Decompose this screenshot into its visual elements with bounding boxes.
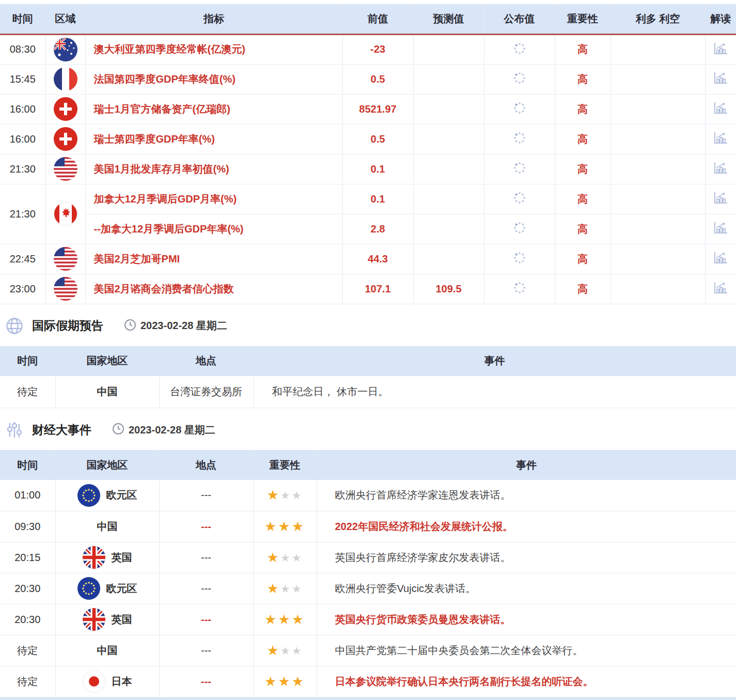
analysis-chart-icon[interactable] <box>713 137 728 146</box>
japan-flag-icon <box>83 670 105 693</box>
forecast-value: 109.5 <box>413 274 484 304</box>
events-header-row: 时间 国家地区 地点 重要性 事件 <box>0 450 736 480</box>
indicator-link[interactable]: 加拿大12月季调后GDP月率(%) <box>94 193 237 205</box>
event-time: 22:45 <box>0 244 45 274</box>
event-region: 中国 <box>97 520 118 534</box>
france-flag-icon <box>54 67 77 91</box>
event-region: 英国 <box>112 551 132 565</box>
star-empty-icon: ★ <box>280 644 292 656</box>
forecast-value <box>413 214 484 244</box>
event-time: 20:15 <box>0 542 55 573</box>
event-time: 16:00 <box>0 94 45 124</box>
indicator-link[interactable]: 美国2月谘商会消费者信心指数 <box>94 283 234 294</box>
star-filled-icon: ★ <box>292 519 305 534</box>
calendar-row: 16:00 瑞士第四季度GDP年率(%) 0.5 高 <box>0 124 736 154</box>
holiday-row: 待定 中国 台湾证券交易所 和平纪念日， 休市一日。 <box>0 376 736 408</box>
indicator-link[interactable]: 瑞士1月官方储备资产(亿瑞郎) <box>94 103 230 115</box>
forecast-value <box>413 94 484 124</box>
star-filled-icon: ★ <box>278 674 291 689</box>
bias-cell <box>610 94 705 124</box>
col-header-bias: 利多 利空 <box>610 4 705 34</box>
event-text: 英国央行首席经济学家皮尔发表讲话。 <box>317 542 736 573</box>
star-filled-icon: ★ <box>278 519 291 534</box>
importance-stars: ★★★ <box>253 511 317 542</box>
importance-label: 高 <box>555 154 610 184</box>
holiday-section-title: 国际假期预告 2023-02-28 星期二 <box>5 317 736 335</box>
loading-spinner-icon <box>513 77 526 86</box>
event-time: 20:30 <box>0 573 55 604</box>
bias-cell <box>610 274 705 304</box>
analysis-chart-icon[interactable] <box>713 257 728 266</box>
importance-label: 高 <box>555 214 610 244</box>
analysis-chart-icon[interactable] <box>713 287 728 296</box>
col-header-published: 公布值 <box>484 4 555 34</box>
holiday-header-row: 时间 国家地区 地点 事件 <box>0 346 736 376</box>
previous-value: 2.8 <box>342 214 413 244</box>
star-filled-icon: ★ <box>264 612 278 627</box>
indicator-link[interactable]: 美国1月批发库存月率初值(%) <box>94 163 229 175</box>
importance-stars: ★★★ <box>253 635 317 666</box>
previous-value: 0.5 <box>342 64 413 94</box>
loading-spinner-icon <box>513 137 526 146</box>
forecast-value <box>413 34 484 64</box>
event-time: 20:30 <box>0 604 55 635</box>
event-text: 英国央行货币政策委员曼恩发表讲话。 <box>317 604 736 635</box>
importance-label: 高 <box>555 64 610 94</box>
event-text: 欧洲央行管委Vujcic发表讲话。 <box>317 573 736 604</box>
col-header-indicator: 指标 <box>85 4 342 34</box>
col-header-location: 地点 <box>159 450 253 480</box>
indicator-link[interactable]: --加拿大12月季调后GDP年率(%) <box>94 223 244 235</box>
event-row: 待定 日本 --- ★★★ 日本参议院举行确认日本央行两名副行长提名的听证会。 <box>0 666 736 697</box>
analysis-chart-icon[interactable] <box>713 227 728 236</box>
analysis-chart-icon[interactable] <box>713 48 728 57</box>
event-location: --- <box>159 480 253 511</box>
col-header-time: 时间 <box>0 346 55 376</box>
event-text: 2022年国民经济和社会发展统计公报。 <box>317 511 736 542</box>
analysis-chart-icon[interactable] <box>713 167 728 176</box>
previous-value: 0.1 <box>342 184 413 214</box>
switzerland-flag-icon <box>54 127 77 151</box>
holiday-table: 时间 国家地区 地点 事件 待定 中国 台湾证券交易所 和平纪念日， 休市一日。 <box>0 346 736 409</box>
indicator-link[interactable]: 法国第四季度GDP年率终值(%) <box>94 73 236 85</box>
clock-icon <box>112 423 124 437</box>
section-title-text: 国际假期预告 <box>32 318 103 334</box>
previous-value: 8521.97 <box>342 94 413 124</box>
event-location: --- <box>159 511 253 542</box>
event-row: 20:15 英国 --- ★★★ 英国央行首席经济学家皮尔发表讲话。 <box>0 542 736 573</box>
col-header-read: 解读 <box>705 4 736 34</box>
eu-flag-icon <box>77 484 100 507</box>
star-empty-icon: ★ <box>280 489 292 501</box>
canada-flag-icon <box>54 202 77 226</box>
calendar-row-canada-yearly: --加拿大12月季调后GDP年率(%) 2.8 高 <box>0 214 736 244</box>
indicator-link[interactable]: 美国2月芝加哥PMI <box>94 253 180 265</box>
event-location: --- <box>159 666 253 697</box>
importance-label: 高 <box>555 274 610 304</box>
loading-spinner-icon <box>513 107 526 116</box>
analysis-chart-icon[interactable] <box>713 107 728 116</box>
event-region: 欧元区 <box>106 488 137 502</box>
next-section-header-partial <box>0 697 736 700</box>
star-filled-icon: ★ <box>278 612 291 627</box>
event-time: 待定 <box>0 666 55 697</box>
star-empty-icon: ★ <box>280 551 292 563</box>
event-time: 21:30 <box>0 154 45 184</box>
event-text: 日本参议院举行确认日本央行两名副行长提名的听证会。 <box>317 666 736 697</box>
analysis-chart-icon[interactable] <box>713 197 728 206</box>
importance-stars: ★★★ <box>253 573 317 604</box>
indicator-link[interactable]: 瑞士第四季度GDP年率(%) <box>94 133 215 145</box>
col-header-location: 地点 <box>159 346 253 376</box>
analysis-chart-icon[interactable] <box>713 77 728 86</box>
calendar-row: 21:30 美国1月批发库存月率初值(%) 0.1 高 <box>0 154 736 184</box>
star-empty-icon: ★ <box>292 582 303 594</box>
event-row: 待定 中国 --- ★★★ 中国共产党第二十届中央委员会第二次全体会议举行。 <box>0 635 736 666</box>
event-time: 待定 <box>0 635 55 666</box>
calendar-row: 15:45 法国第四季度GDP年率终值(%) 0.5 高 <box>0 64 736 94</box>
event-region: 英国 <box>112 613 132 627</box>
indicator-link[interactable]: 澳大利亚第四季度经常帐(亿澳元) <box>94 43 245 55</box>
loading-spinner-icon <box>513 197 526 206</box>
loading-spinner-icon <box>513 257 526 266</box>
event-time: 21:30 <box>0 184 45 244</box>
star-filled-icon: ★ <box>264 519 278 534</box>
importance-stars: ★★★ <box>253 542 317 573</box>
eu-flag-icon <box>77 577 100 600</box>
